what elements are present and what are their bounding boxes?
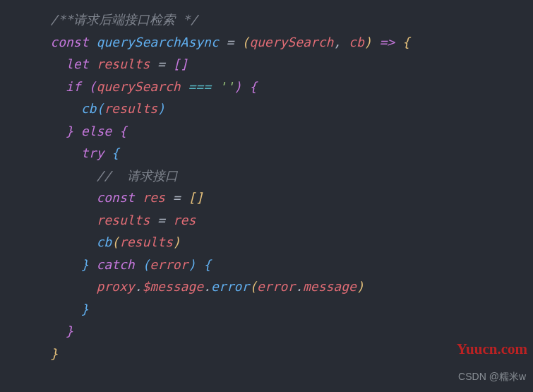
method-call: error (211, 279, 249, 294)
variable: results (119, 234, 173, 249)
code-line: proxy.$message.error(error.message) (0, 275, 533, 298)
keyword-const: const (96, 190, 134, 205)
variable: results (104, 101, 157, 116)
variable: res (142, 190, 165, 205)
code-line: let results = [] (0, 53, 533, 76)
variable: results (96, 57, 150, 71)
code-line: const res = [] (0, 186, 533, 209)
function-call: cb (96, 234, 112, 249)
variable: error (150, 257, 188, 272)
watermark-yuucn: Yuucn.com (457, 336, 527, 362)
string-literal: '' (219, 79, 234, 94)
keyword-let: let (66, 57, 89, 71)
code-block: /**请求后端接口检索 */ const querySearchAsync = … (0, 8, 533, 364)
code-line: } (0, 343, 533, 365)
keyword-else: else (81, 124, 112, 138)
code-line: } catch (error) { (0, 254, 533, 276)
code-line: } (0, 298, 533, 321)
code-line: /**请求后端接口检索 */ (0, 8, 533, 31)
variable: error (257, 279, 295, 294)
variable: results (96, 213, 150, 227)
code-line: } (0, 320, 533, 343)
comment: // 请求接口 (96, 168, 177, 183)
code-line: try { (0, 142, 533, 165)
watermark-csdn: CSDN @糯米w (458, 368, 526, 386)
code-line: cb(results) (0, 231, 533, 254)
code-line: if (querySearch === '') { (0, 76, 533, 98)
param: querySearch (249, 35, 333, 49)
code-line: const querySearchAsync = (querySearch, c… (0, 31, 533, 54)
code-line: } else { (0, 120, 533, 143)
function-call: cb (81, 101, 97, 116)
code-line: results = res (0, 209, 533, 232)
variable: res (173, 213, 196, 227)
code-line: cb(results) (0, 97, 533, 120)
comment: /**请求后端接口检索 */ (50, 12, 198, 27)
code-line: // 请求接口 (0, 165, 533, 187)
object: proxy (96, 279, 134, 294)
keyword-if: if (66, 79, 81, 94)
param: cb (349, 35, 364, 49)
keyword-try: try (81, 145, 104, 160)
property: $message (142, 279, 203, 294)
property: message (303, 279, 357, 294)
keyword-catch: catch (96, 257, 134, 272)
keyword-const: const (50, 35, 88, 49)
variable: querySearch (96, 79, 180, 94)
function-name: querySearchAsync (96, 35, 218, 49)
